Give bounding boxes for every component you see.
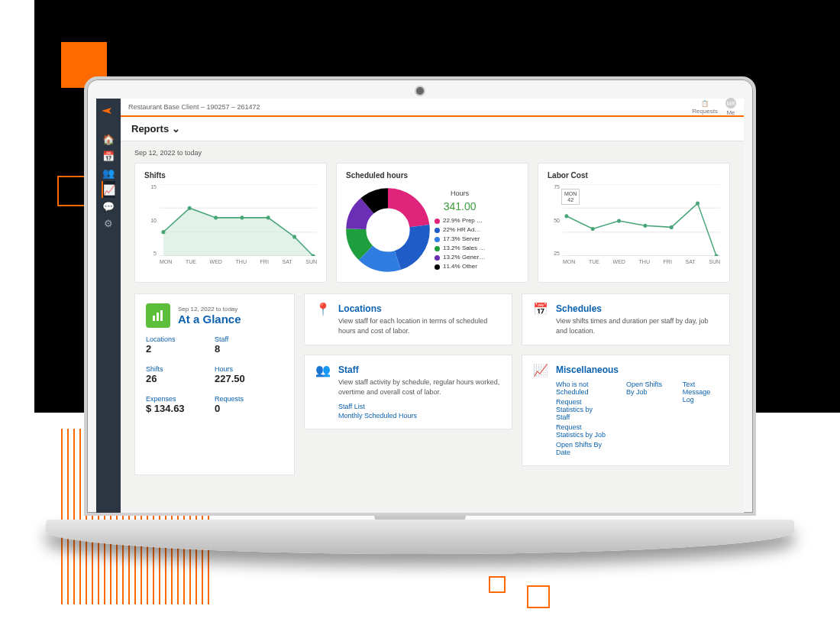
x-tick: THU [639,259,650,270]
x-tick: FRI [664,259,672,270]
page-title-bar[interactable]: Reports ⌄ [121,117,744,141]
me-menu[interactable]: MR Me [725,98,736,116]
chart-icon[interactable]: 📈 [102,181,115,198]
glance-stat: Expenses$ 134.63 [146,395,215,414]
stat-label: Expenses [146,395,215,403]
clipboard-icon: 📋 [701,100,709,107]
calendar2-icon: 📅 [533,303,548,335]
x-tick: WED [613,259,625,270]
legend-row: 13.2% Sales … [435,244,485,253]
stat-value: $ 134.63 [146,403,215,414]
people-icon[interactable]: 👥 [102,164,115,181]
requests-menu[interactable]: 📋 Requests [692,100,718,115]
calendar-icon[interactable]: 📅 [102,147,115,164]
glance-stat: Requests0 [215,395,283,414]
pin-icon: 📍 [315,303,331,335]
page-title: Reports [131,123,169,134]
svg-point-6 [214,215,218,219]
stat-value: 26 [146,373,215,384]
legend-dot [435,255,440,261]
svg-rect-31 [160,310,163,321]
glance-stat: Staff8 [215,335,283,355]
misc-link[interactable]: Open Shifts By Job [626,381,664,396]
hours-total: 341.00 [435,199,485,215]
date-range: Sep 12, 2022 to today [134,149,730,157]
legend-row: 22% HR Ad… [435,225,485,235]
legend-dot [435,228,440,233]
scheduled-hours-card: Scheduled hours Hours 341.00 22.9% Prep … [336,163,528,283]
svg-point-28 [715,254,719,256]
hours-label: Hours [435,189,485,199]
legend-row: 13.2% Gener… [435,253,485,262]
home-icon[interactable]: 🏠 [102,131,115,147]
misc-link[interactable]: Who is not Scheduled [556,381,608,396]
svg-point-25 [643,224,647,228]
chat-icon[interactable]: 💬 [102,198,115,215]
at-a-glance-panel: Sep 12, 2022 to today At a Glance Locati… [134,293,295,475]
gear-icon[interactable]: ⚙ [102,215,115,232]
misc-link[interactable]: Request Statistics by Staff [556,398,608,421]
x-tick: WED [210,259,222,270]
breadcrumb: Restaurant Base Client – 190257 – 261472 [128,103,260,111]
staff-card[interactable]: 👥 Staff View staff activity by schedule,… [304,355,512,429]
svg-point-27 [696,201,699,205]
deco-square-small-2 [527,585,550,608]
laptop-base [46,520,794,554]
legend-row: 22.9% Prep … [435,216,485,225]
deco-square-small-1 [489,576,506,593]
svg-point-24 [617,219,621,222]
x-tick: TUE [589,259,599,270]
misc-link[interactable]: Text Message Log [683,381,719,403]
staff-desc: View staff activity by schedule, regular… [338,377,501,397]
shifts-title: Shifts [144,171,317,180]
svg-point-8 [267,215,270,219]
locations-desc: View staff for each location in terms of… [338,316,501,335]
staff-title: Staff [338,364,501,375]
labor-line-chart: MON 42 [563,184,720,256]
x-tick: SUN [305,259,317,270]
camera-icon [416,87,424,95]
labor-cost-card: Labor Cost 75 50 25 [538,163,730,283]
locations-card[interactable]: 📍 Locations View staff for each location… [304,293,512,345]
bar-chart-icon [146,303,170,328]
deco-square-orange-outline [57,176,88,206]
x-tick: SAT [685,259,695,270]
scheduled-title: Scheduled hours [346,171,519,180]
glance-title: At a Glance [178,313,241,326]
shifts-line-chart [160,184,317,256]
svg-point-4 [161,230,165,234]
stat-label: Shifts [146,365,215,373]
misc-link[interactable]: Request Statistics by Job [556,423,608,439]
monthly-hours-link[interactable]: Monthly Scheduled Hours [338,412,501,420]
schedules-title: Schedules [556,303,719,314]
stat-value: 0 [215,403,283,414]
x-tick: FRI [260,259,269,270]
svg-point-17 [370,212,405,248]
x-tick: MON [563,259,575,270]
chevron-down-icon: ⌄ [172,123,180,134]
glance-stat: Hours227.50 [215,365,283,384]
stat-label: Staff [215,335,283,343]
stat-value: 8 [215,343,283,355]
x-tick: MON [160,259,172,270]
miscellaneous-card: 📈 Miscellaneous Who is not ScheduledRequ… [522,355,730,466]
staff-list-link[interactable]: Staff List [338,403,501,410]
stat-label: Requests [215,395,283,403]
stat-value: 2 [146,343,215,355]
stat-value: 227.50 [215,373,283,384]
labor-title: Labor Cost [548,171,720,180]
glance-subtitle: Sep 12, 2022 to today [178,306,241,313]
svg-point-23 [591,227,595,231]
scheduled-donut-chart [346,188,430,272]
legend-row: 17.3% Server [435,235,485,244]
shifts-card: Shifts 15 10 5 [134,163,327,283]
schedules-card[interactable]: 📅 Schedules View shifts times and durati… [522,293,730,345]
glance-stat: Locations2 [146,335,215,355]
legend-dot [435,246,440,251]
misc-link[interactable]: Open Shifts By Date [556,441,608,456]
schedules-desc: View shifts times and duration per staff… [556,316,719,335]
legend-row: 11.4% Other [435,262,485,271]
laptop-frame: 🏠📅👥📈💬⚙ Restaurant Base Client – 190257 –… [84,76,756,554]
app-logo-icon [102,105,115,118]
misc-title: Miscellaneous [556,364,719,375]
